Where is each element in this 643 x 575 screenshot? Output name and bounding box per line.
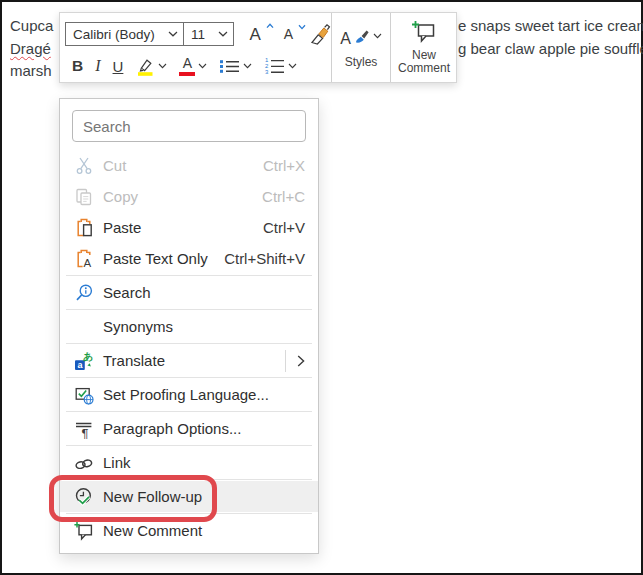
paste-icon: [74, 218, 94, 238]
link-icon: [74, 453, 94, 473]
menu-item-paste-text-only[interactable]: A Paste Text Only Ctrl+Shift+V: [60, 243, 318, 274]
document-text-right: e snaps sweet tart ice cream. g bear cla…: [458, 15, 643, 60]
menu-item-label: Paste: [103, 219, 141, 236]
italic-button[interactable]: I: [95, 57, 100, 75]
font-size-value: 11: [191, 27, 218, 42]
svg-text:A: A: [84, 257, 92, 269]
chevron-down-icon: [243, 63, 252, 69]
follow-up-clock-icon: [74, 487, 94, 507]
doc-line2-right: g bear claw apple pie soufflé: [458, 38, 643, 61]
caret-down-icon: [298, 24, 306, 30]
menu-item-label: Link: [103, 454, 131, 471]
menu-item-label: Set Proofing Language...: [103, 386, 269, 403]
format-painter-button[interactable]: [309, 23, 331, 45]
styles-label: Styles: [345, 56, 378, 69]
menu-item-translate[interactable]: a あ Translate: [60, 345, 318, 376]
translate-icon: a あ: [74, 351, 94, 371]
menu-item-label: New Comment: [103, 522, 202, 539]
menu-item-label: Search: [103, 284, 151, 301]
menu-item-new-comment[interactable]: New Comment: [60, 515, 318, 546]
svg-text:3: 3: [265, 69, 269, 75]
menu-divider: [66, 309, 312, 310]
menu-item-paste[interactable]: Paste Ctrl+V: [60, 212, 318, 243]
menu-item-paragraph-options[interactable]: ¶ Paragraph Options...: [60, 413, 318, 444]
menu-divider: [66, 377, 312, 378]
highlighter-icon: [135, 56, 155, 76]
bold-button[interactable]: B: [72, 57, 83, 75]
chevron-down-icon: [373, 33, 382, 39]
doc-line3-left: marsh: [10, 60, 53, 83]
menu-item-label: Translate: [103, 352, 165, 369]
italic-label: I: [95, 57, 100, 75]
menu-divider: [66, 343, 312, 344]
menu-item-new-follow-up[interactable]: New Follow-up: [60, 481, 318, 512]
bullet-list-button[interactable]: [219, 58, 252, 75]
menu-item-link[interactable]: Link: [60, 447, 318, 478]
chevron-down-icon: [218, 31, 228, 37]
context-menu: Cut Ctrl+X Copy Ctrl+C P: [59, 98, 319, 554]
submenu-indicator: [285, 350, 305, 372]
menu-item-label: New Follow-up: [103, 488, 202, 505]
styles-brush-icon: [354, 29, 370, 45]
search-input[interactable]: [72, 110, 306, 142]
shrink-font-button[interactable]: A: [279, 27, 298, 41]
bold-label: B: [72, 57, 83, 75]
doc-line1-left: Cupca: [10, 15, 53, 38]
new-comment-toolbar-button[interactable]: New Comment: [390, 13, 457, 82]
font-name-dropdown[interactable]: Calibri (Body): [65, 22, 184, 46]
menu-item-label: Paste Text Only: [103, 250, 208, 267]
highlight-color-button[interactable]: [135, 56, 167, 76]
font-color-button[interactable]: A: [179, 57, 207, 76]
font-color-bar: [179, 72, 195, 76]
menu-item-shortcut: Ctrl+X: [263, 157, 305, 174]
menu-item-cut[interactable]: Cut Ctrl+X: [60, 150, 318, 181]
chevron-down-icon: [288, 63, 297, 69]
menu-divider: [66, 411, 312, 412]
menu-item-label: Copy: [103, 188, 138, 205]
numbered-list-button[interactable]: 1 2 3: [264, 57, 297, 75]
search-icon: [74, 283, 94, 303]
bullet-list-icon: [219, 58, 240, 75]
format-painter-icon: [309, 23, 331, 45]
font-size-dropdown[interactable]: 11: [183, 22, 234, 46]
new-comment-label: New Comment: [398, 49, 450, 75]
underline-button[interactable]: U: [113, 58, 124, 75]
menu-search: [60, 99, 318, 150]
font-color-letter: A: [183, 57, 192, 70]
shrink-font-letter: A: [284, 27, 293, 41]
proofing-language-icon: [74, 385, 94, 405]
grow-font-button[interactable]: A: [245, 26, 266, 43]
menu-divider: [66, 445, 312, 446]
styles-button[interactable]: A Styles: [331, 13, 390, 82]
paragraph-icon: ¶: [74, 419, 94, 439]
menu-item-synonyms[interactable]: Synonyms: [60, 311, 318, 342]
menu-item-label: Paragraph Options...: [103, 420, 241, 437]
caret-up-icon: [266, 23, 274, 29]
menu-divider: [66, 513, 312, 514]
underline-label: U: [113, 58, 124, 75]
toolbar-font-group: Calibri (Body) 11 A: [60, 13, 331, 82]
menu-item-set-proofing-language[interactable]: Set Proofing Language...: [60, 379, 318, 410]
svg-text:あ: あ: [83, 351, 93, 362]
menu-divider: [66, 275, 312, 276]
mini-formatting-toolbar: Calibri (Body) 11 A: [59, 12, 457, 83]
scissors-icon: [74, 156, 94, 176]
menu-item-shortcut: Ctrl+C: [262, 188, 305, 205]
doc-line2-left-misspelled: Dragé: [10, 38, 53, 61]
font-name-value: Calibri (Body): [73, 27, 168, 42]
chevron-down-icon: [168, 31, 178, 37]
styles-letter: A: [340, 29, 351, 49]
menu-item-label: Synonyms: [103, 318, 173, 335]
submenu-separator: [285, 350, 286, 372]
menu-item-label: Cut: [103, 157, 126, 174]
menu-item-search[interactable]: Search: [60, 277, 318, 308]
doc-line1-right: e snaps sweet tart ice cream.: [458, 15, 643, 38]
chevron-down-icon: [198, 63, 207, 69]
new-comment-icon: [74, 521, 94, 541]
menu-item-copy[interactable]: Copy Ctrl+C: [60, 181, 318, 212]
document-text-left: Cupca Dragé marsh: [10, 15, 53, 83]
chevron-right-icon: [297, 355, 305, 367]
menu-divider: [66, 479, 312, 480]
menu-item-shortcut: Ctrl+V: [263, 219, 305, 236]
screenshot-frame: Cupca Dragé marsh e snaps sweet tart ice…: [0, 0, 643, 575]
